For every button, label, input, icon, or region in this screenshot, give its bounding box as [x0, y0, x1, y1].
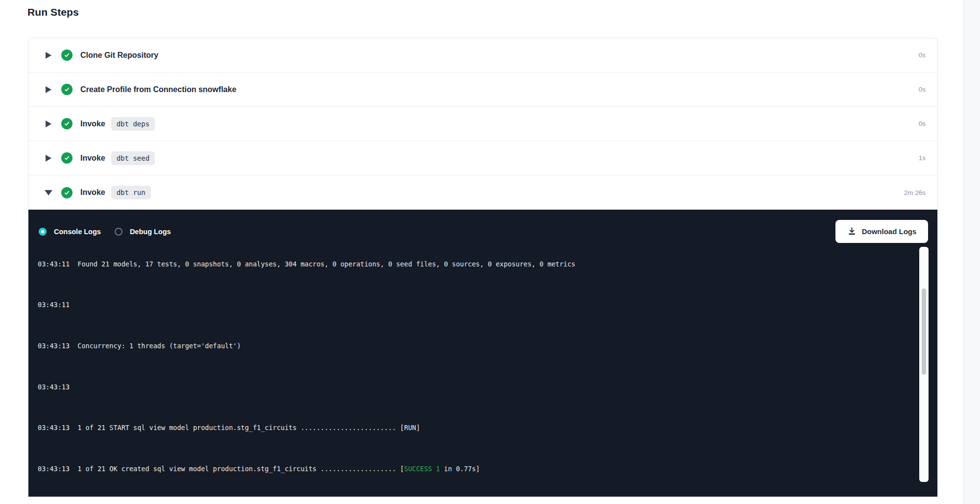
- expand-caret-button[interactable]: [44, 52, 53, 59]
- expand-caret-button[interactable]: [44, 155, 53, 162]
- page-background-strip: [963, 0, 980, 504]
- log-scrollbar[interactable]: [919, 247, 929, 482]
- step-duration: 0s: [919, 51, 926, 59]
- success-check-icon: [61, 49, 73, 61]
- step-command-chip: dbt run: [111, 186, 151, 199]
- log-scrollbar-thumb[interactable]: [922, 288, 926, 375]
- run-steps-list: Clone Git Repository 0s Create Profile f…: [28, 38, 937, 210]
- log-tab-label: Debug Logs: [130, 228, 171, 236]
- log-line: 03:43:11: [38, 300, 937, 310]
- run-step-row[interactable]: Invoke dbt run 2m 26s: [28, 175, 937, 210]
- step-label: Invoke: [80, 188, 105, 197]
- expand-caret-button[interactable]: [44, 86, 53, 93]
- log-line: 03:43:11Found 21 models, 17 tests, 0 sna…: [38, 259, 937, 269]
- page-title: Run Steps: [27, 6, 79, 18]
- log-line: 03:43:131 of 21 OK created sql view mode…: [38, 464, 937, 474]
- log-type-toggle: Console Logs Debug Logs: [39, 228, 171, 236]
- run-step-row[interactable]: Invoke dbt seed 1s: [28, 141, 937, 175]
- step-duration: 0s: [919, 120, 926, 127]
- success-check-icon: [61, 118, 73, 129]
- success-check-icon: [61, 187, 73, 198]
- log-tab[interactable]: Debug Logs: [115, 228, 171, 236]
- expand-caret-button[interactable]: [44, 120, 53, 127]
- run-step-row[interactable]: Create Profile from Connection snowflake…: [28, 72, 937, 107]
- log-panel-header: Console Logs Debug Logs Download Logs: [28, 220, 937, 243]
- caret-icon: [45, 190, 52, 195]
- step-command-chip: dbt seed: [111, 151, 155, 165]
- download-icon: [847, 227, 857, 236]
- caret-icon: [46, 120, 51, 127]
- radio-icon[interactable]: [115, 228, 122, 236]
- caret-icon: [46, 155, 51, 162]
- success-check-icon: [61, 84, 73, 95]
- download-logs-label: Download Logs: [862, 227, 917, 236]
- console-log-lines: 03:43:11Found 21 models, 17 tests, 0 sna…: [38, 243, 937, 497]
- step-duration: 1s: [919, 154, 926, 162]
- download-logs-button[interactable]: Download Logs: [835, 220, 928, 243]
- step-duration: 2m 26s: [904, 189, 926, 196]
- log-panel: Console Logs Debug Logs Download Logs 03…: [28, 210, 937, 497]
- caret-icon: [46, 86, 51, 93]
- log-tab[interactable]: Console Logs: [39, 228, 101, 236]
- run-step-row[interactable]: Clone Git Repository 0s: [28, 38, 937, 72]
- log-line: 03:43:13Concurrency: 1 threads (target='…: [38, 341, 937, 351]
- success-check-icon: [61, 152, 73, 164]
- step-label: Clone Git Repository: [80, 51, 158, 60]
- step-label: Create Profile from Connection snowflake: [80, 85, 236, 94]
- log-line: 03:43:13: [38, 382, 937, 392]
- caret-icon: [46, 52, 51, 59]
- radio-icon[interactable]: [39, 228, 47, 236]
- run-step-row[interactable]: Invoke dbt deps 0s: [28, 107, 937, 141]
- log-line: 03:43:131 of 21 START sql view model pro…: [38, 423, 937, 433]
- run-steps-card: Clone Git Repository 0s Create Profile f…: [28, 38, 938, 498]
- step-duration: 0s: [919, 86, 926, 93]
- console-log-output[interactable]: 03:43:11Found 21 models, 17 tests, 0 sna…: [28, 243, 937, 497]
- step-label: Invoke: [80, 154, 105, 163]
- step-label: Invoke: [80, 120, 105, 128]
- expand-caret-button[interactable]: [44, 190, 53, 195]
- step-command-chip: dbt deps: [111, 117, 155, 131]
- log-tab-label: Console Logs: [54, 228, 101, 236]
